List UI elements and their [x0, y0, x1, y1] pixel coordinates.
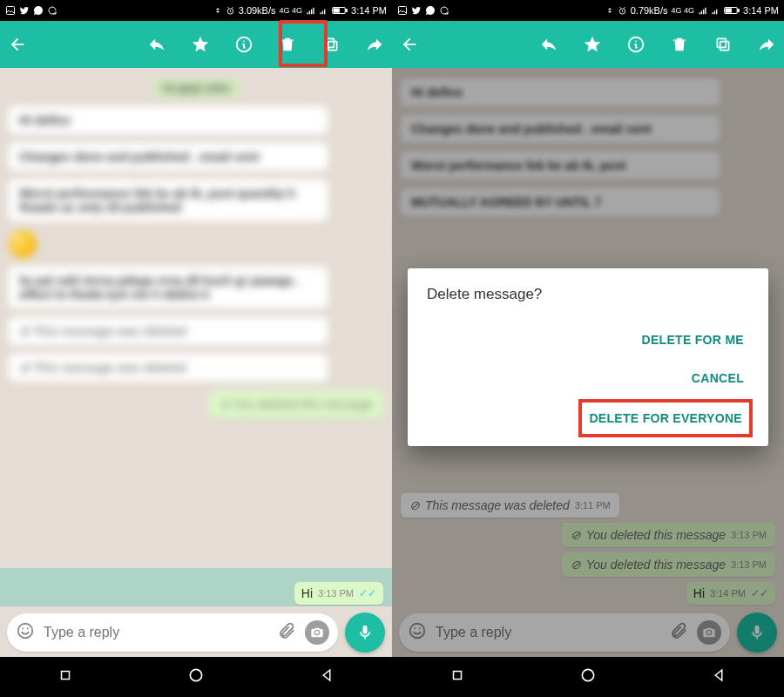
svg-rect-4: [334, 9, 339, 12]
camera-icon[interactable]: [305, 620, 329, 645]
net-label: 4G 4G: [672, 6, 695, 15]
svg-rect-11: [399, 7, 407, 15]
svg-rect-18: [717, 38, 726, 47]
time-label: 3:14 PM: [743, 5, 779, 16]
svg-rect-7: [325, 38, 334, 47]
visible-messages: Hi 3:13 PM ✓✓: [0, 582, 392, 605]
message-hi[interactable]: Hi 3:13 PM ✓✓: [294, 582, 383, 605]
time-label: 3:14 PM: [351, 5, 387, 16]
nav-bar: [0, 657, 392, 697]
svg-rect-20: [453, 672, 461, 680]
input-row: [0, 608, 392, 657]
reply-icon[interactable]: [538, 34, 559, 55]
svg-point-21: [582, 669, 593, 680]
recents-icon[interactable]: [57, 667, 73, 687]
status-bar: 0.79kB/s 4G 4G 3:14 PM: [392, 0, 784, 21]
back-icon[interactable]: [399, 34, 420, 55]
image-icon: [5, 5, 16, 16]
alarm-icon: [226, 6, 235, 16]
phone-left: 3.09kB/s 4G 4G 3:14 PM Aa gaya sahu Hi d…: [0, 0, 392, 697]
home-icon[interactable]: [579, 667, 597, 687]
svg-point-8: [18, 624, 33, 639]
signal2-icon: [319, 6, 328, 16]
battery-icon: [724, 6, 740, 15]
dialog-title: Delete message?: [427, 286, 753, 303]
updown-icon: [213, 6, 222, 15]
net-label: 4G 4G: [280, 6, 303, 15]
action-bar: [0, 21, 392, 68]
status-right: 3.09kB/s 4G 4G 3:14 PM: [213, 5, 387, 16]
chat-body: Aa gaya sahu Hi definx Changes done and …: [0, 68, 392, 657]
svg-rect-14: [738, 10, 739, 12]
star-icon[interactable]: [582, 34, 603, 55]
phone-right: 0.79kB/s 4G 4G 3:14 PM Hi definx Changes…: [392, 0, 784, 697]
sync-icon: [439, 5, 449, 16]
image-icon: [397, 5, 408, 16]
star-icon[interactable]: [190, 34, 211, 55]
emoji-icon[interactable]: [16, 621, 35, 644]
sync-icon: [47, 5, 57, 16]
svg-rect-0: [7, 7, 15, 15]
status-left: [5, 5, 57, 16]
battery-icon: [332, 6, 348, 15]
alarm-icon: [618, 6, 627, 16]
delete-dialog: Delete message? DELETE FOR ME CANCEL DEL…: [408, 268, 768, 446]
action-bar: [392, 21, 784, 68]
svg-rect-6: [328, 42, 337, 51]
speed-label: 3.09kB/s: [239, 5, 276, 16]
input-pill[interactable]: [7, 613, 338, 652]
home-icon[interactable]: [187, 667, 205, 687]
signal-icon: [306, 6, 315, 16]
reply-icon[interactable]: [146, 34, 167, 55]
copy-icon[interactable]: [713, 34, 733, 55]
signal2-icon: [711, 6, 720, 16]
svg-rect-17: [720, 42, 729, 51]
whatsapp-status-icon: [425, 5, 436, 16]
nav-bar: [392, 657, 784, 697]
svg-rect-9: [61, 672, 69, 680]
delete-icon[interactable]: [277, 34, 298, 55]
reply-input[interactable]: [44, 625, 268, 640]
delete-icon[interactable]: [669, 34, 690, 55]
whatsapp-status-icon: [33, 5, 44, 16]
svg-point-10: [190, 669, 201, 680]
status-bar: 3.09kB/s 4G 4G 3:14 PM: [0, 0, 392, 21]
copy-icon[interactable]: [321, 34, 341, 55]
speed-label: 0.79kB/s: [631, 5, 668, 16]
delete-for-everyone-button[interactable]: DELETE FOR EVERYONE: [578, 399, 753, 437]
svg-rect-3: [346, 10, 347, 12]
read-ticks-icon: ✓✓: [359, 587, 376, 599]
recents-icon[interactable]: [449, 667, 465, 687]
signal-icon: [698, 6, 707, 16]
info-icon[interactable]: [625, 34, 646, 55]
attach-icon[interactable]: [277, 621, 296, 644]
delete-for-me-button[interactable]: DELETE FOR ME: [633, 321, 753, 359]
cancel-button[interactable]: CANCEL: [683, 359, 753, 397]
bird-icon: [19, 5, 30, 16]
updown-icon: [605, 6, 614, 15]
bird-icon: [411, 5, 422, 16]
back-nav-icon[interactable]: [319, 667, 335, 687]
message-text: Hi: [301, 586, 313, 600]
back-nav-icon[interactable]: [711, 667, 727, 687]
message-time: 3:13 PM: [318, 588, 354, 599]
info-icon[interactable]: [233, 34, 254, 55]
forward-icon[interactable]: [756, 34, 777, 55]
back-icon[interactable]: [7, 34, 28, 55]
chat-body: Hi definx Changes done and published . e…: [392, 68, 784, 657]
svg-rect-15: [726, 9, 731, 12]
forward-icon[interactable]: [364, 34, 385, 55]
mic-button[interactable]: [345, 612, 385, 653]
